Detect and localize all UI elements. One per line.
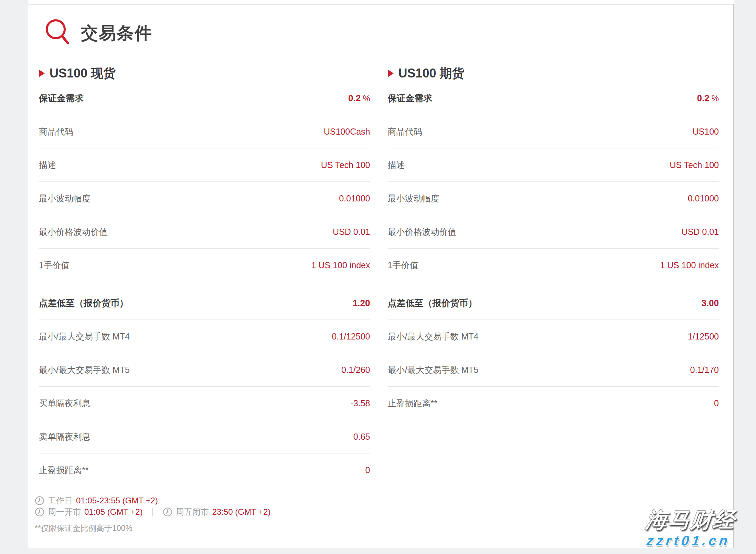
row-value-unit: %: [712, 94, 719, 103]
row-group: 点差低至（报价货币）3.00最小/最大交易手数 MT41/12500最小/最大交…: [388, 286, 719, 420]
row-label: 最小/最大交易手数 MT5: [388, 364, 479, 376]
row-value: 0.1/12500: [332, 332, 370, 342]
row-value-text: 0.1/260: [341, 365, 370, 375]
row-label: 最小/最大交易手数 MT4: [39, 331, 130, 342]
table-row: 止盈损距离**0: [388, 387, 719, 420]
row-value-text: 1.20: [353, 298, 370, 308]
row-value-text: 0.01000: [339, 194, 370, 203]
trading-hours-line: 工作日01:05-23:55 (GMT +2): [35, 495, 370, 506]
column-futures: US100 期货保证金需求0.2%商品代码US100描述US Tech 100最…: [388, 65, 719, 534]
trading-hours-footer: 工作日01:05-23:55 (GMT +2)周一开市01:05 (GMT +2…: [35, 495, 370, 534]
row-value-text: 0.1/170: [690, 365, 719, 375]
row-value-text: 0.01000: [688, 194, 719, 203]
row-value-text: 0.2: [697, 93, 710, 103]
row-label: 最小/最大交易手数 MT4: [388, 331, 479, 342]
row-value-text: 0: [714, 398, 719, 408]
clock-icon: [35, 507, 44, 517]
row-value: 0.1/260: [341, 365, 370, 375]
row-value-text: 3.00: [701, 298, 719, 308]
row-value-text: 0.65: [353, 432, 370, 441]
trading-hours-line: 周一开市01:05 (GMT +2)周五闭市23:50 (GMT +2): [35, 506, 370, 518]
row-value: US Tech 100: [321, 160, 370, 170]
table-row: 点差低至（报价货币）3.00: [388, 286, 719, 320]
row-value-text: 0.1/12500: [332, 332, 370, 341]
row-value: 0.2%: [697, 93, 719, 104]
table-row: 最小/最大交易手数 MT50.1/260: [39, 353, 370, 387]
table-row: 描述US Tech 100: [388, 148, 719, 182]
triangle-bullet-icon: [39, 70, 45, 77]
row-value: 1 US 100 index: [660, 260, 719, 270]
row-label: 1手价值: [388, 260, 418, 271]
table-row: 1手价值1 US 100 index: [39, 249, 370, 282]
watermark-site: zzrt01.cn: [643, 533, 734, 548]
row-label: 点差低至（报价货币）: [388, 297, 477, 309]
row-value-text: US Tech 100: [321, 160, 370, 170]
row-value-text: US Tech 100: [670, 160, 719, 170]
table-row: 商品代码US100Cash: [39, 115, 370, 148]
row-value: US Tech 100: [670, 160, 719, 170]
row-value: USD 0.01: [682, 227, 719, 237]
page-title: 交易条件: [81, 22, 152, 45]
table-row: 卖单隔夜利息0.65: [39, 420, 370, 453]
row-value: 1.20: [353, 298, 370, 309]
clock-icon: [163, 507, 172, 517]
row-value: US100: [693, 127, 719, 137]
schedule-time: 01:05 (GMT +2): [84, 507, 143, 517]
row-value: 0.1/170: [690, 365, 719, 375]
row-value-text: 0.2: [348, 93, 361, 103]
row-label: 商品代码: [388, 126, 422, 137]
row-label: 最小价格波动价值: [39, 226, 108, 238]
row-label: 最小价格波动价值: [388, 226, 457, 238]
watermark-brand: 海马财经: [645, 505, 737, 534]
row-value: USD 0.01: [333, 227, 370, 237]
row-value: 0.2%: [348, 93, 370, 104]
schedule-label: 周一开市: [48, 506, 81, 518]
section-title-futures: US100 期货: [388, 65, 719, 82]
schedule-label: 周五闭市: [176, 506, 209, 518]
schedule-time: 01:05-23:55 (GMT +2): [76, 496, 158, 505]
row-value-text: USD 0.01: [333, 227, 370, 237]
table-row: 描述US Tech 100: [39, 148, 370, 182]
table-row: 保证金需求0.2%: [39, 82, 370, 115]
row-label: 点差低至（报价货币）: [39, 297, 128, 309]
row-label: 描述: [39, 159, 56, 171]
table-row: 最小/最大交易手数 MT50.1/170: [388, 353, 719, 387]
row-label: 描述: [388, 159, 405, 171]
section-title-label: US100 期货: [398, 65, 465, 82]
table-row: 1手价值1 US 100 index: [388, 249, 719, 282]
table-row: 最小价格波动价值USD 0.01: [388, 215, 719, 249]
table-row: 最小/最大交易手数 MT41/12500: [388, 320, 719, 353]
row-value-text: 1/12500: [688, 332, 719, 341]
row-value: 0: [365, 465, 370, 475]
row-value-unit: %: [363, 94, 370, 103]
search-icon: [44, 18, 71, 48]
table-row: 点差低至（报价货币）1.20: [39, 286, 370, 320]
row-value: 1 US 100 index: [311, 260, 370, 270]
row-value-text: US100Cash: [324, 127, 370, 136]
row-value: US100Cash: [324, 127, 370, 137]
row-value: 1/12500: [688, 332, 719, 342]
table-row: 最小/最大交易手数 MT40.1/12500: [39, 320, 370, 353]
table-row: 买单隔夜利息-3.58: [39, 387, 370, 420]
table-row: 止盈损距离**0: [39, 453, 370, 487]
table-row: 商品代码US100: [388, 115, 719, 148]
row-value: 0: [714, 398, 719, 408]
column-spot: US100 现货保证金需求0.2%商品代码US100Cash描述US Tech …: [39, 65, 370, 534]
row-value-text: US100: [693, 127, 719, 136]
schedule-time: 23:50 (GMT +2): [212, 507, 271, 517]
watermark: 海马财经 zzrt01.cn: [643, 505, 737, 548]
row-value-text: USD 0.01: [682, 227, 719, 237]
row-value-text: 1 US 100 index: [311, 260, 370, 270]
page-header: 交易条件: [44, 18, 719, 48]
schedule-label: 工作日: [48, 495, 73, 506]
row-label: 最小波动幅度: [388, 193, 439, 204]
footer-separator: [152, 508, 153, 516]
section-title-spot: US100 现货: [39, 65, 370, 82]
row-value: 3.00: [701, 298, 719, 309]
row-label: 保证金需求: [388, 92, 433, 104]
row-group: 点差低至（报价货币）1.20最小/最大交易手数 MT40.1/12500最小/最…: [39, 286, 370, 487]
row-value: 0.65: [353, 432, 370, 442]
table-row: 保证金需求0.2%: [388, 82, 719, 115]
clock-icon: [35, 496, 44, 505]
triangle-bullet-icon: [388, 70, 394, 77]
